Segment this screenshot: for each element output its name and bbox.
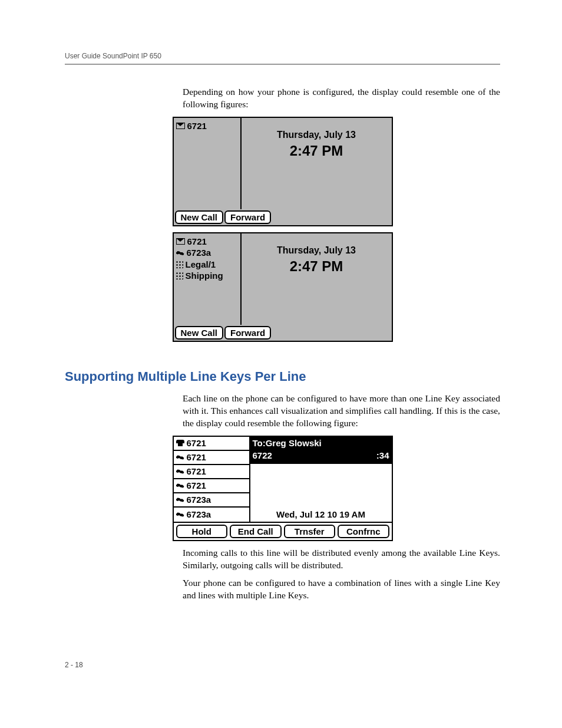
phone-icon: [176, 469, 184, 475]
line-label: 6721: [187, 236, 207, 248]
active-call-number: 6722: [253, 450, 272, 462]
line-label: 6721: [187, 480, 206, 490]
idle-date-time: Wed, Jul 12 10 19 AM: [250, 507, 392, 522]
grid-icon: [176, 272, 183, 279]
section-paragraph: Each line on the phone can be configured…: [183, 393, 500, 430]
softkey-new-call[interactable]: New Call: [175, 210, 224, 224]
phone-icon: [176, 483, 184, 489]
idle-date: Thursday, July 13: [242, 130, 392, 140]
page-number: 2 - 18: [65, 661, 83, 669]
line-list: 6721: [174, 118, 242, 209]
phone-screen-3: 6721 6721 6721 6721: [173, 436, 393, 541]
phone-screen-2: 6721 6723a Legal/1 Shipping: [173, 232, 393, 342]
softkey-conference[interactable]: Confrnc: [338, 525, 389, 538]
envelope-icon: [176, 123, 185, 129]
idle-time: 2:47 PM: [242, 258, 392, 275]
idle-time: 2:47 PM: [242, 143, 392, 159]
closing-paragraph-1: Incoming calls to this line will be dist…: [183, 547, 500, 572]
grid-icon: [176, 261, 183, 268]
softkey-forward[interactable]: Forward: [224, 210, 271, 224]
idle-date: Thursday, July 13: [242, 245, 392, 256]
line-entry: 6723a: [174, 493, 249, 508]
line-entry: 6721: [174, 437, 249, 451]
line-label: 6721: [187, 120, 207, 132]
softkey-transfer[interactable]: Trnsfer: [284, 525, 336, 538]
line-entry: 6721: [174, 479, 249, 493]
line-entry: Shipping: [176, 270, 238, 282]
line-entry: Legal/1: [176, 259, 238, 271]
line-entry: 6721: [176, 236, 238, 248]
running-header: User Guide SoundPoint IP 650: [65, 52, 500, 65]
softkey-end-call[interactable]: End Call: [230, 525, 282, 538]
line-entry: 6723a: [174, 508, 249, 522]
line-label: 6721: [187, 438, 206, 448]
softkey-forward[interactable]: Forward: [224, 326, 271, 340]
line-list: 6721 6723a Legal/1 Shipping: [174, 233, 242, 325]
line-label: 6723a: [187, 495, 211, 505]
line-entry: 6723a: [176, 247, 238, 259]
softkey-new-call[interactable]: New Call: [175, 326, 224, 340]
line-entry: 6721: [174, 465, 249, 479]
line-entry: 6721: [174, 451, 249, 465]
phone-icon: [176, 512, 184, 518]
line-label: Shipping: [186, 270, 223, 282]
envelope-icon: [176, 238, 185, 245]
intro-paragraph: Depending on how your phone is configure…: [183, 86, 500, 111]
line-entry: 6721: [176, 120, 238, 132]
phone-icon: [176, 454, 184, 460]
active-call-duration: :34: [376, 450, 389, 462]
section-heading: Supporting Multiple Line Keys Per Line: [65, 369, 500, 384]
line-label: 6721: [187, 466, 206, 476]
active-call-to: To:Greg Slowski: [250, 437, 392, 450]
line-label: 6723a: [187, 509, 211, 519]
line-label: 6723a: [187, 247, 211, 259]
phone-icon: [176, 250, 184, 256]
phone-icon: [176, 497, 184, 503]
softkey-hold[interactable]: Hold: [176, 525, 228, 538]
closing-paragraph-2: Your phone can be configured to have a c…: [183, 577, 500, 602]
line-list: 6721 6721 6721 6721: [174, 437, 250, 522]
phone-screen-1: 6721 Thursday, July 13 2:47 PM New Call …: [173, 117, 393, 226]
handset-icon: [176, 440, 184, 446]
line-label: Legal/1: [186, 259, 216, 271]
line-label: 6721: [187, 452, 206, 462]
